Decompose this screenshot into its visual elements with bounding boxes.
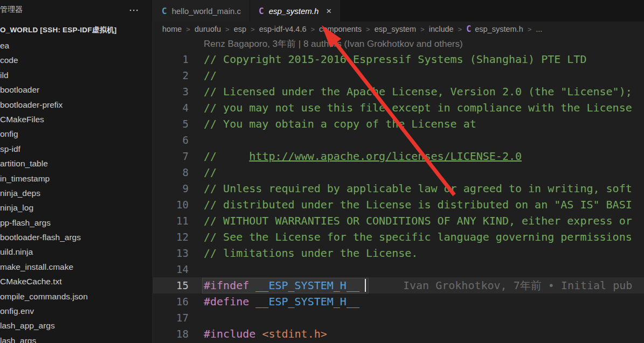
- explorer-item[interactable]: uild.ninja: [0, 244, 153, 259]
- code-line[interactable]: 6: [153, 132, 644, 148]
- explorer-item[interactable]: bootloader: [0, 82, 153, 97]
- chevron-right-icon: >: [311, 25, 315, 33]
- chevron-right-icon: >: [420, 25, 425, 33]
- workspace-section-header[interactable]: O_WORLD [SSH: ESP-IDF虚拟机]: [0, 24, 153, 37]
- line-number: 15: [153, 277, 189, 293]
- code-token: http://www.apache.org/licenses/LICENSE-2…: [249, 148, 522, 164]
- explorer-item[interactable]: ninja_deps: [0, 186, 153, 200]
- code-token: //: [204, 148, 249, 164]
- code-line[interactable]: 10// distributed under the License is di…: [153, 197, 644, 213]
- code-editor[interactable]: Renz Bagaporo, 3年前 | 8 authors (Ivan Gro…: [153, 37, 644, 343]
- code-token: //: [204, 67, 217, 83]
- explorer-item[interactable]: ninja_log: [0, 200, 153, 215]
- explorer-item[interactable]: ea: [0, 38, 153, 53]
- breadcrumb-item[interactable]: esp_system: [375, 25, 416, 33]
- chevron-right-icon: >: [528, 25, 532, 33]
- code-lines: 1// Copyright 2015-2016 Espressif System…: [153, 51, 644, 342]
- explorer-item[interactable]: artition_table: [0, 156, 153, 171]
- current-line-box: #ifndef __ESP_SYSTEM_H__: [202, 278, 369, 293]
- line-number: 7: [153, 148, 189, 164]
- line-content: //: [204, 67, 217, 83]
- line-number: 14: [153, 261, 189, 277]
- line-content: // Unless required by applicable law or …: [204, 180, 632, 197]
- code-line[interactable]: 17: [153, 310, 644, 326]
- code-line[interactable]: 7// http://www.apache.org/licenses/LICEN…: [153, 148, 644, 164]
- explorer-item[interactable]: make_install.cmake: [0, 260, 153, 274]
- breadcrumb-item[interactable]: esp-idf-v4.4.6: [259, 25, 307, 33]
- line-number: 3: [153, 83, 189, 100]
- explorer-item[interactable]: CMakeCache.txt: [0, 274, 153, 289]
- code-line[interactable]: 8//: [153, 164, 644, 180]
- more-actions-icon[interactable]: ⋯: [129, 5, 140, 15]
- code-line[interactable]: 4// you may not use this file except in …: [153, 100, 644, 116]
- tab-label: hello_world_main.c: [172, 6, 241, 16]
- code-line[interactable]: 14: [153, 261, 644, 277]
- breadcrumb-file[interactable]: esp_system.h: [475, 25, 523, 33]
- line-number: 12: [153, 229, 189, 245]
- explorer-item[interactable]: code: [0, 53, 153, 67]
- explorer-item[interactable]: sp-idf: [0, 142, 153, 156]
- line-content: #define __ESP_SYSTEM_H__: [204, 293, 359, 310]
- line-content: //: [204, 164, 217, 180]
- code-line[interactable]: 3// Licensed under the Apache License, V…: [153, 83, 644, 100]
- explorer-item[interactable]: bootloader-prefix: [0, 97, 153, 112]
- line-number: 8: [153, 164, 189, 180]
- explorer-item[interactable]: ompile_commands.json: [0, 289, 153, 304]
- line-content: // See the License for the specific lang…: [204, 229, 632, 245]
- editor-tab[interactable]: Cesp_system.h×: [250, 0, 341, 22]
- code-token: // you may not use this file except in c…: [204, 100, 632, 116]
- line-number: 13: [153, 245, 189, 261]
- explorer-item[interactable]: onfig: [0, 127, 153, 141]
- code-line[interactable]: 13// limitations under the License.: [153, 245, 644, 261]
- editor-tab[interactable]: Chello_world_main.c: [153, 0, 250, 22]
- code-line[interactable]: 18#include <stdint.h>: [153, 326, 644, 342]
- code-token: // WITHOUT WARRANTIES OR CONDITIONS OF A…: [204, 213, 632, 229]
- line-number: 10: [153, 197, 189, 213]
- file-tree: eacodeildbootloaderbootloader-prefixCMak…: [0, 38, 153, 343]
- line-number: 2: [153, 67, 189, 83]
- line-content: // You may obtain a copy of the License …: [204, 116, 476, 132]
- explorer-item[interactable]: lash_app_args: [0, 318, 153, 333]
- text-cursor: [365, 279, 366, 292]
- code-line[interactable]: 2//: [153, 67, 644, 83]
- chevron-right-icon: >: [186, 25, 190, 33]
- code-token: __ESP_SYSTEM_H__: [255, 293, 359, 310]
- breadcrumb: home>duruofu>esp>esp-idf-v4.4.6>componen…: [153, 22, 644, 37]
- line-number: 4: [153, 100, 189, 116]
- code-token: #include: [204, 326, 262, 342]
- line-number: 17: [153, 310, 189, 326]
- breadcrumb-item[interactable]: components: [319, 25, 362, 33]
- code-line[interactable]: 12// See the License for the specific la…: [153, 229, 644, 245]
- code-token: // You may obtain a copy of the License …: [204, 116, 476, 132]
- chevron-right-icon: >: [458, 25, 462, 33]
- inline-blame-annotation: Ivan Grokhotkov, 7年前 • Initial pub: [403, 277, 632, 293]
- code-line[interactable]: 11// WITHOUT WARRANTIES OR CONDITIONS OF…: [153, 213, 644, 229]
- line-number: 6: [153, 132, 189, 148]
- code-line[interactable]: 15#ifndef __ESP_SYSTEM_H__Ivan Grokhotko…: [153, 277, 644, 293]
- breadcrumb-more[interactable]: ...: [536, 25, 542, 33]
- line-content: #ifndef __ESP_SYSTEM_H__Ivan Grokhotkov,…: [204, 277, 632, 293]
- explorer-item[interactable]: pp-flash_args: [0, 215, 153, 230]
- explorer-item[interactable]: onfig.env: [0, 304, 153, 318]
- tab-close-icon[interactable]: ×: [326, 6, 331, 16]
- explorer-item[interactable]: CMakeFiles: [0, 112, 153, 127]
- explorer-item[interactable]: lash_args: [0, 333, 153, 343]
- code-line[interactable]: 1// Copyright 2015-2016 Espressif System…: [153, 51, 644, 67]
- explorer-item[interactable]: in_timestamp: [0, 171, 153, 186]
- breadcrumb-item[interactable]: duruofu: [195, 25, 221, 33]
- line-content: // Licensed under the Apache License, Ve…: [204, 83, 632, 100]
- code-token: // distributed under the License is dist…: [204, 197, 632, 213]
- line-number: 9: [153, 180, 189, 197]
- code-line[interactable]: 16#define __ESP_SYSTEM_H__: [153, 293, 644, 310]
- line-content: // limitations under the License.: [204, 245, 418, 261]
- breadcrumb-item[interactable]: esp: [234, 25, 246, 33]
- code-token: <stdint.h>: [262, 326, 327, 342]
- explorer-title: 管理器: [0, 5, 23, 15]
- breadcrumb-item[interactable]: include: [429, 25, 454, 33]
- line-number: 1: [153, 51, 189, 67]
- explorer-item[interactable]: ild: [0, 68, 153, 82]
- breadcrumb-item[interactable]: home: [162, 25, 182, 33]
- code-line[interactable]: 9// Unless required by applicable law or…: [153, 180, 644, 197]
- code-line[interactable]: 5// You may obtain a copy of the License…: [153, 116, 644, 132]
- explorer-item[interactable]: bootloader-flash_args: [0, 230, 153, 244]
